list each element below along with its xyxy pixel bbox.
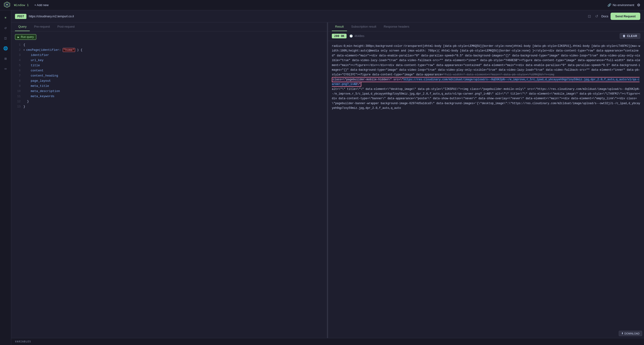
download-button[interactable]: ⬇ DOWNLOAD: [619, 331, 642, 336]
line-num-7: 7: [15, 74, 20, 78]
line-content-1: {: [24, 42, 323, 48]
result-bar: 200 OK 🕐 4648ms 🗑 CLEAR: [328, 31, 644, 41]
play-icon: ▶: [18, 36, 20, 38]
method-badge: POST: [15, 14, 26, 19]
clock-icon: 🕐: [350, 34, 353, 38]
line-content-5: title: [24, 63, 323, 68]
code-line-2: 2 ▼ cmsPage(identifier: "home" ) {: [15, 48, 323, 53]
add-new-button[interactable]: + Add new: [32, 2, 50, 8]
sidebar-icon-home[interactable]: ✳: [2, 13, 10, 22]
line-content-9: meta_title: [24, 84, 323, 89]
line-content-11: meta_keywords: [24, 94, 323, 99]
app-logo: [4, 2, 10, 9]
sidebar-icon-terminal[interactable]: ⌨: [2, 64, 10, 73]
top-bar-left: Window 1 + Add new: [4, 2, 50, 9]
tab-response-headers[interactable]: Response headers: [380, 22, 412, 31]
bottom-bar: VARIABLES: [11, 338, 644, 345]
result-bar-left: 200 OK 🕐 4648ms: [332, 34, 364, 38]
left-pane-tabs: Query Pre-request Post-request: [11, 22, 327, 31]
url-actions: ⊡ ↺ Docs Send Request: [587, 13, 640, 20]
tab-post-request[interactable]: Post-request: [54, 22, 78, 31]
code-line-1: 1 {: [15, 42, 323, 48]
no-environment-button[interactable]: 🔗 No environment: [608, 3, 634, 7]
code-highlight-home: "home": [63, 48, 75, 52]
clear-button[interactable]: 🗑 CLEAR: [620, 33, 640, 39]
code-line-13: 13 }: [15, 104, 323, 110]
right-pane-tabs: Result Subscription result Response head…: [328, 22, 644, 31]
line-num-9: 9: [15, 84, 20, 88]
timing-display: 🕐 4648ms: [350, 34, 364, 38]
sidebar-icon-grid[interactable]: ⊞: [2, 54, 10, 63]
main-layout: ✳ ↺ ◫ 🌐 ⊞ ⌨ POST ⊡ ↺ Docs Send Request Q…: [0, 10, 644, 345]
code-brace-2: ) {: [77, 48, 82, 52]
top-bar-right: 🔗 No environment ⚙: [608, 3, 640, 7]
code-editor: ▶ Run query 1 { 2 ▼ cmsPage(identifier:: [11, 31, 327, 338]
line-content-2: ▼ cmsPage(identifier: "home" ) {: [24, 48, 323, 53]
line-num-11: 11: [15, 94, 20, 99]
tab-query[interactable]: Query: [15, 22, 30, 31]
line-content-6: content: [24, 68, 323, 73]
url-bar: POST ⊡ ↺ Docs Send Request: [11, 10, 644, 22]
line-content-12: }: [24, 99, 323, 104]
left-pane: Query Pre-request Post-request ▶ Run que…: [11, 22, 327, 338]
line-num-4: 4: [15, 58, 20, 63]
split-pane: Query Pre-request Post-request ▶ Run que…: [11, 22, 644, 338]
sidebar-icon-collections[interactable]: ◫: [2, 34, 10, 42]
url-input[interactable]: [29, 14, 584, 18]
line-content-10: meta_description: [24, 89, 323, 94]
sidebar-icon-environments[interactable]: 🌐: [2, 44, 10, 52]
result-content[interactable]: radius:0;min-height:300px;background-col…: [328, 41, 644, 338]
top-bar: Window 1 + Add new 🔗 No environment ⚙: [0, 0, 644, 10]
download-icon: ⬇: [621, 332, 624, 335]
line-num-3: 3: [15, 53, 20, 58]
highlighted-block: class=\"pagebuilder-mobile-hidden\" src=…: [332, 77, 640, 87]
strikethrough-text: "full-width\" data-element=\"main\" data…: [443, 73, 554, 76]
line-content-8: page_layout: [24, 79, 323, 84]
code-line-10: 10 meta_description: [15, 89, 323, 94]
code-line-7: 7 content_heading: [15, 74, 323, 79]
line-num-5: 5: [15, 63, 20, 68]
sidebar: ✳ ↺ ◫ 🌐 ⊞ ⌨: [0, 10, 11, 345]
line-content-3: identifier: [24, 53, 323, 58]
run-query-label: Run query: [21, 35, 34, 38]
line-num-6: 6: [15, 68, 20, 73]
download-label: DOWNLOAD: [624, 332, 640, 335]
tab-pre-request[interactable]: Pre-request: [31, 22, 53, 31]
send-request-button[interactable]: Send Request: [610, 13, 640, 20]
expand-arrow-2: ▼: [24, 49, 26, 52]
trash-icon: 🗑: [623, 34, 626, 38]
sidebar-icon-history[interactable]: ↺: [2, 24, 10, 32]
status-badge: 200 OK: [332, 34, 346, 38]
code-line-4: 4 url_key: [15, 58, 323, 63]
settings-button[interactable]: ⚙: [637, 3, 640, 7]
line-content-7: content_heading: [24, 74, 323, 78]
right-pane: Result Subscription result Response head…: [328, 22, 644, 338]
tab-subscription-result[interactable]: Subscription result: [348, 22, 380, 31]
line-num-13: 13: [15, 104, 20, 109]
window-title: Window 1: [14, 3, 29, 7]
variables-label: VARIABLES: [15, 340, 31, 343]
no-env-icon: 🔗: [608, 3, 611, 7]
save-button[interactable]: ⊡: [587, 13, 592, 20]
result-text-block: radius:0;min-height:300px;background-col…: [332, 44, 640, 110]
line-content-13: }: [24, 104, 323, 109]
line-num-10: 10: [15, 89, 20, 94]
code-line-3: 3 identifier: [15, 53, 323, 58]
code-field-2: cmsPage(identifier:: [26, 48, 63, 52]
run-query-button[interactable]: ▶ Run query: [15, 34, 36, 40]
no-env-label: No environment: [613, 3, 634, 7]
code-line-6: 6 content: [15, 68, 323, 74]
code-line-9: 9 meta_title: [15, 84, 323, 89]
tab-result[interactable]: Result: [332, 22, 347, 31]
docs-button[interactable]: Docs: [602, 14, 608, 18]
code-line-11: 11 meta_keywords: [15, 94, 323, 99]
line-num-2: 2: [15, 48, 20, 52]
code-line-5: 5 title: [15, 63, 323, 68]
line-num-8: 8: [15, 79, 20, 83]
line-content-4: url_key: [24, 58, 323, 63]
content-area: POST ⊡ ↺ Docs Send Request Query Pre-req…: [11, 10, 644, 345]
refresh-button[interactable]: ↺: [594, 13, 599, 20]
code-line-8: 8 page_layout: [15, 79, 323, 84]
timing-value: 4648ms: [354, 34, 364, 38]
line-num-1: 1: [15, 42, 20, 47]
